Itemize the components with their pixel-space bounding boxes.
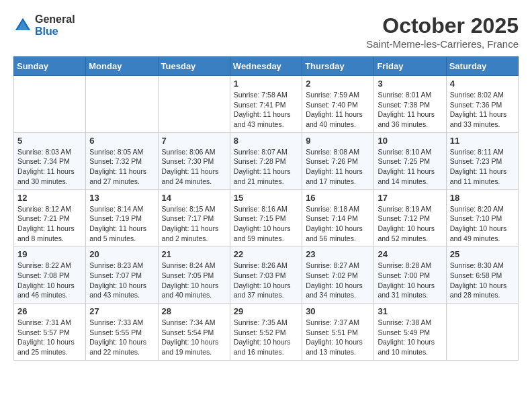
location: Saint-Meme-les-Carrieres, France — [366, 38, 519, 50]
day-number: 9 — [306, 136, 370, 146]
calendar-day-cell: 31Sunrise: 7:38 AM Sunset: 5:49 PM Dayli… — [374, 304, 446, 361]
calendar-week-row: 12Sunrise: 8:12 AM Sunset: 7:21 PM Dayli… — [14, 189, 519, 246]
weekday-header: Sunday — [14, 57, 86, 76]
calendar-day-cell: 2Sunrise: 7:59 AM Sunset: 7:40 PM Daylig… — [302, 76, 374, 133]
day-number: 15 — [234, 193, 298, 203]
day-info: Sunrise: 8:06 AM Sunset: 7:30 PM Dayligh… — [162, 147, 226, 187]
calendar-day-cell: 3Sunrise: 8:01 AM Sunset: 7:38 PM Daylig… — [374, 76, 446, 133]
day-number: 5 — [17, 136, 82, 146]
day-info: Sunrise: 8:16 AM Sunset: 7:15 PM Dayligh… — [234, 204, 298, 244]
day-number: 1 — [234, 79, 298, 89]
calendar-day-cell: 20Sunrise: 8:23 AM Sunset: 7:07 PM Dayli… — [86, 246, 158, 304]
calendar-week-row: 5Sunrise: 8:03 AM Sunset: 7:34 PM Daylig… — [14, 132, 519, 189]
day-info: Sunrise: 7:58 AM Sunset: 7:41 PM Dayligh… — [234, 90, 298, 130]
calendar-day-cell: 15Sunrise: 8:16 AM Sunset: 7:15 PM Dayli… — [230, 189, 302, 246]
day-info: Sunrise: 8:02 AM Sunset: 7:36 PM Dayligh… — [450, 90, 515, 130]
weekday-header: Friday — [374, 57, 446, 76]
day-info: Sunrise: 8:26 AM Sunset: 7:03 PM Dayligh… — [234, 261, 298, 300]
day-number: 28 — [162, 306, 226, 316]
logo-text: General Blue — [35, 13, 75, 37]
calendar-day-cell: 19Sunrise: 8:22 AM Sunset: 7:08 PM Dayli… — [14, 246, 86, 304]
calendar-day-cell: 1Sunrise: 7:58 AM Sunset: 7:41 PM Daylig… — [230, 76, 302, 133]
calendar-day-cell: 17Sunrise: 8:19 AM Sunset: 7:12 PM Dayli… — [374, 189, 446, 246]
weekday-header: Saturday — [446, 57, 518, 76]
day-number: 13 — [89, 193, 154, 203]
calendar-table: SundayMondayTuesdayWednesdayThursdayFrid… — [13, 56, 519, 361]
calendar-day-cell: 22Sunrise: 8:26 AM Sunset: 7:03 PM Dayli… — [230, 246, 302, 304]
month-title: October 2025 — [366, 13, 519, 38]
day-number: 2 — [306, 79, 370, 89]
day-number: 6 — [89, 136, 154, 146]
day-number: 26 — [17, 306, 82, 316]
title-block: October 2025 Saint-Meme-les-Carrieres, F… — [366, 13, 519, 50]
calendar-day-cell: 6Sunrise: 8:05 AM Sunset: 7:32 PM Daylig… — [86, 132, 158, 189]
calendar-day-cell: 26Sunrise: 7:31 AM Sunset: 5:57 PM Dayli… — [14, 304, 86, 361]
day-number: 16 — [306, 193, 370, 203]
calendar-day-cell: 11Sunrise: 8:11 AM Sunset: 7:23 PM Dayli… — [446, 132, 518, 189]
calendar-day-cell: 18Sunrise: 8:20 AM Sunset: 7:10 PM Dayli… — [446, 189, 518, 246]
calendar-day-cell: 10Sunrise: 8:10 AM Sunset: 7:25 PM Dayli… — [374, 132, 446, 189]
day-info: Sunrise: 7:59 AM Sunset: 7:40 PM Dayligh… — [306, 90, 370, 130]
day-info: Sunrise: 7:34 AM Sunset: 5:54 PM Dayligh… — [162, 318, 226, 357]
day-number: 18 — [450, 193, 515, 203]
logo-general: General — [35, 13, 75, 26]
calendar-day-cell — [86, 76, 158, 133]
day-number: 25 — [450, 249, 515, 259]
logo-icon — [13, 16, 32, 35]
calendar-week-row: 26Sunrise: 7:31 AM Sunset: 5:57 PM Dayli… — [14, 304, 519, 361]
day-info: Sunrise: 8:30 AM Sunset: 6:58 PM Dayligh… — [450, 261, 515, 300]
day-info: Sunrise: 7:37 AM Sunset: 5:51 PM Dayligh… — [306, 318, 370, 357]
day-info: Sunrise: 8:10 AM Sunset: 7:25 PM Dayligh… — [378, 147, 442, 187]
day-info: Sunrise: 7:35 AM Sunset: 5:52 PM Dayligh… — [234, 318, 298, 357]
day-number: 14 — [162, 193, 226, 203]
day-info: Sunrise: 8:24 AM Sunset: 7:05 PM Dayligh… — [162, 261, 226, 300]
calendar-day-cell: 16Sunrise: 8:18 AM Sunset: 7:14 PM Dayli… — [302, 189, 374, 246]
day-info: Sunrise: 8:11 AM Sunset: 7:23 PM Dayligh… — [450, 147, 515, 187]
day-info: Sunrise: 8:22 AM Sunset: 7:08 PM Dayligh… — [17, 261, 82, 300]
day-info: Sunrise: 8:20 AM Sunset: 7:10 PM Dayligh… — [450, 204, 515, 244]
weekday-header-row: SundayMondayTuesdayWednesdayThursdayFrid… — [14, 57, 519, 76]
calendar-day-cell: 23Sunrise: 8:27 AM Sunset: 7:02 PM Dayli… — [302, 246, 374, 304]
calendar-day-cell: 30Sunrise: 7:37 AM Sunset: 5:51 PM Dayli… — [302, 304, 374, 361]
day-number: 19 — [17, 249, 82, 259]
day-info: Sunrise: 8:12 AM Sunset: 7:21 PM Dayligh… — [17, 204, 82, 244]
day-info: Sunrise: 7:31 AM Sunset: 5:57 PM Dayligh… — [17, 318, 82, 357]
calendar-day-cell: 4Sunrise: 8:02 AM Sunset: 7:36 PM Daylig… — [446, 76, 518, 133]
calendar-day-cell: 14Sunrise: 8:15 AM Sunset: 7:17 PM Dayli… — [158, 189, 230, 246]
weekday-header: Tuesday — [158, 57, 230, 76]
calendar-day-cell: 28Sunrise: 7:34 AM Sunset: 5:54 PM Dayli… — [158, 304, 230, 361]
day-info: Sunrise: 8:15 AM Sunset: 7:17 PM Dayligh… — [162, 204, 226, 244]
logo: General Blue — [13, 13, 75, 37]
day-info: Sunrise: 8:07 AM Sunset: 7:28 PM Dayligh… — [234, 147, 298, 187]
day-number: 29 — [234, 306, 298, 316]
calendar-day-cell: 25Sunrise: 8:30 AM Sunset: 6:58 PM Dayli… — [446, 246, 518, 304]
day-number: 20 — [89, 249, 154, 259]
day-number: 22 — [234, 249, 298, 259]
day-number: 3 — [378, 79, 442, 89]
calendar-day-cell — [14, 76, 86, 133]
day-info: Sunrise: 8:18 AM Sunset: 7:14 PM Dayligh… — [306, 204, 370, 244]
day-info: Sunrise: 8:03 AM Sunset: 7:34 PM Dayligh… — [17, 147, 82, 187]
day-info: Sunrise: 8:08 AM Sunset: 7:26 PM Dayligh… — [306, 147, 370, 187]
calendar-day-cell: 13Sunrise: 8:14 AM Sunset: 7:19 PM Dayli… — [86, 189, 158, 246]
day-number: 30 — [306, 306, 370, 316]
day-number: 24 — [378, 249, 442, 259]
calendar-week-row: 1Sunrise: 7:58 AM Sunset: 7:41 PM Daylig… — [14, 76, 519, 133]
logo-blue: Blue — [35, 26, 75, 38]
page-header: General Blue October 2025 Saint-Meme-les… — [13, 13, 519, 50]
calendar-day-cell: 24Sunrise: 8:28 AM Sunset: 7:00 PM Dayli… — [374, 246, 446, 304]
day-number: 8 — [234, 136, 298, 146]
calendar-day-cell: 5Sunrise: 8:03 AM Sunset: 7:34 PM Daylig… — [14, 132, 86, 189]
day-number: 23 — [306, 249, 370, 259]
day-info: Sunrise: 8:27 AM Sunset: 7:02 PM Dayligh… — [306, 261, 370, 300]
weekday-header: Thursday — [302, 57, 374, 76]
calendar-day-cell: 27Sunrise: 7:33 AM Sunset: 5:55 PM Dayli… — [86, 304, 158, 361]
day-info: Sunrise: 7:38 AM Sunset: 5:49 PM Dayligh… — [378, 318, 442, 357]
calendar-day-cell — [158, 76, 230, 133]
calendar-week-row: 19Sunrise: 8:22 AM Sunset: 7:08 PM Dayli… — [14, 246, 519, 304]
day-info: Sunrise: 8:14 AM Sunset: 7:19 PM Dayligh… — [89, 204, 154, 244]
day-number: 27 — [89, 306, 154, 316]
calendar-day-cell — [446, 304, 518, 361]
weekday-header: Wednesday — [230, 57, 302, 76]
calendar-day-cell: 12Sunrise: 8:12 AM Sunset: 7:21 PM Dayli… — [14, 189, 86, 246]
